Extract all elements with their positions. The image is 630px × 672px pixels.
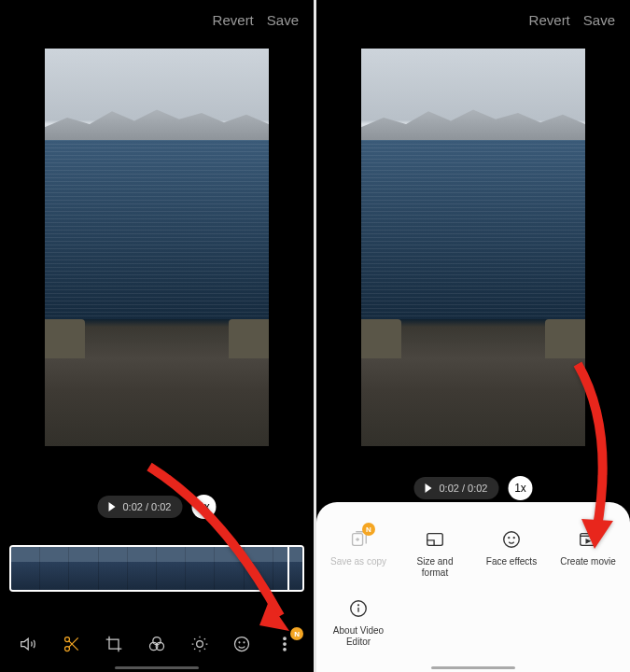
volume-icon[interactable]	[16, 631, 42, 657]
preview-steps	[361, 319, 401, 359]
svg-point-5	[196, 641, 203, 648]
speed-button[interactable]: 1x	[192, 495, 217, 519]
preview-water	[45, 140, 269, 319]
aspect-icon	[424, 528, 446, 551]
sheet-item-label: Save as copy	[330, 556, 386, 567]
crop-icon[interactable]	[101, 631, 127, 657]
emoji-icon[interactable]	[229, 631, 255, 657]
svg-point-10	[284, 643, 287, 646]
preview-steps	[229, 319, 269, 359]
revert-button[interactable]: Revert	[529, 12, 570, 28]
more-options-sheet: N Save as copy Size and format Face effe…	[316, 502, 630, 672]
sheet-item-label: Size and format	[402, 556, 468, 579]
preview-steps	[545, 319, 585, 359]
sheet-face-effects[interactable]: Face effects	[473, 525, 550, 594]
bottom-toolbar: N	[0, 631, 314, 657]
play-button[interactable]: 0:02 / 0:02	[414, 477, 499, 499]
preview-mountains	[45, 108, 269, 140]
more-options-icon[interactable]: N	[272, 631, 298, 657]
svg-point-9	[284, 637, 287, 640]
home-indicator	[431, 666, 515, 669]
play-icon	[109, 502, 116, 511]
trim-icon[interactable]	[59, 631, 85, 657]
play-button[interactable]: 0:02 / 0:02	[98, 496, 183, 518]
sheet-size-format[interactable]: Size and format	[397, 525, 473, 594]
new-badge: N	[290, 627, 303, 640]
video-preview[interactable]	[45, 49, 269, 446]
sheet-item-label: Create movie	[560, 556, 615, 567]
svg-point-19	[358, 605, 359, 606]
sheet-save-as-copy[interactable]: N Save as copy	[320, 525, 397, 594]
svg-point-14	[504, 532, 520, 548]
brightness-icon[interactable]	[187, 631, 213, 657]
preview-water	[361, 140, 585, 319]
new-badge: N	[362, 523, 375, 536]
info-icon	[347, 597, 370, 620]
playback-time: 0:02 / 0:02	[123, 501, 172, 512]
save-button[interactable]: Save	[583, 12, 615, 28]
sheet-item-label: About Video Editor	[326, 625, 391, 648]
svg-rect-13	[427, 534, 443, 546]
timeline-playhead[interactable]	[287, 545, 289, 592]
phone-screen-left: Revert Save 0:02 / 0:02 1x	[0, 0, 314, 672]
sheet-about[interactable]: About Video Editor	[320, 594, 397, 663]
playback-controls: 0:02 / 0:02 1x	[98, 495, 217, 519]
top-bar: Revert Save	[0, 0, 314, 39]
revert-button[interactable]: Revert	[213, 12, 254, 28]
svg-rect-17	[581, 534, 596, 546]
save-button[interactable]: Save	[267, 12, 299, 28]
svg-point-6	[235, 637, 249, 651]
svg-point-16	[513, 538, 514, 539]
sheet-create-movie[interactable]: Create movie	[550, 525, 626, 594]
filters-icon[interactable]	[144, 631, 170, 657]
play-icon	[426, 483, 432, 493]
phone-screen-right: Revert Save 0:02 / 0:02 1x N Save as cop…	[316, 0, 630, 672]
preview-steps	[45, 319, 85, 359]
top-bar: Revert Save	[316, 0, 630, 39]
home-indicator	[115, 666, 199, 669]
svg-point-8	[244, 642, 245, 643]
playback-time: 0:02 / 0:02	[440, 483, 488, 494]
movie-icon	[577, 528, 599, 551]
video-preview[interactable]	[361, 49, 585, 446]
svg-point-11	[284, 649, 287, 651]
sheet-item-label: Face effects	[486, 556, 537, 567]
speed-button[interactable]: 1x	[509, 476, 533, 500]
svg-point-7	[239, 642, 240, 643]
playback-controls: 0:02 / 0:02 1x	[414, 476, 533, 500]
video-timeline[interactable]	[9, 545, 304, 592]
preview-mountains	[361, 108, 585, 140]
face-icon	[500, 528, 523, 551]
svg-point-15	[509, 538, 510, 539]
